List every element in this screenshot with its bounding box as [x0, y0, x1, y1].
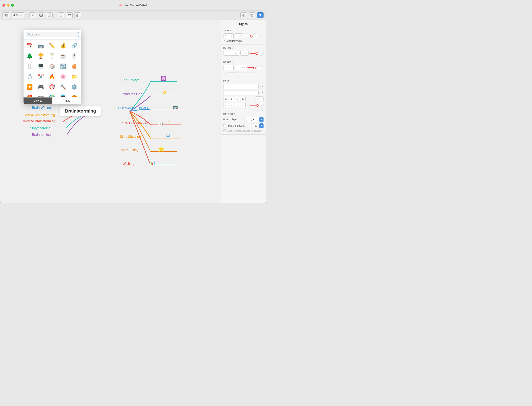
icon-cell-8[interactable]: ☕ [58, 51, 68, 61]
align-left-button[interactable]: ≡ [223, 103, 228, 107]
border-toggle[interactable]: ○ [259, 51, 263, 56]
branch-storyboarding[interactable]: Storyboarding [30, 126, 51, 130]
branch-stepper-1[interactable]: ▲▼ [223, 65, 234, 70]
branch-brain-netting[interactable]: Brain-netting [32, 133, 51, 137]
icon-cell-16[interactable]: ✂️ [36, 72, 46, 82]
manual-layout-row: Manual Layout ⊞ ▼ [223, 123, 263, 128]
icon-cell-20[interactable]: 🔽 [25, 82, 35, 92]
branch-type-arrow[interactable]: ▼ [259, 117, 263, 122]
icon-cell-1[interactable]: 🚌 [36, 41, 46, 51]
underline-button[interactable]: U [235, 97, 240, 101]
branch-mind-gap[interactable]: Mind the Gap [123, 92, 142, 96]
shape-color-line[interactable] [244, 36, 252, 36]
icon-cell-15[interactable]: 💍 [25, 72, 35, 82]
border-stepper[interactable]: ▲▼ [223, 51, 239, 56]
branch-toggle[interactable]: ○ [256, 65, 261, 70]
check-button[interactable]: ✓ [30, 12, 36, 18]
border-size-stepper[interactable]: ▲▼ [240, 51, 249, 56]
sidebar-toggle-button[interactable] [2, 12, 10, 18]
center-node[interactable]: Brainstorming [60, 106, 101, 116]
close-button[interactable] [2, 4, 5, 7]
icon-cell-11[interactable]: 🖥️ [36, 61, 46, 71]
expand-button[interactable] [74, 12, 81, 18]
icon-cell-10[interactable]: 🍴 [25, 61, 35, 71]
icon-cell-27[interactable]: 🌍 [47, 92, 57, 97]
italic-button[interactable]: I [229, 97, 234, 101]
icon-cell-25[interactable]: 🎁 [25, 92, 35, 97]
dots-button[interactable] [66, 12, 73, 18]
icon-cell-26[interactable]: 👓 [36, 92, 46, 97]
icon-cell-13[interactable]: ↩️ [58, 61, 68, 71]
icon-cell-4[interactable]: 🔗 [69, 41, 79, 51]
icon-cell-14[interactable]: 🥚 [69, 61, 79, 71]
icon-cell-9[interactable]: 🖱️ [69, 51, 79, 61]
branch-color-line[interactable] [247, 67, 255, 68]
font-label-txt: FONT [223, 80, 263, 82]
branch-visual-brainstorming[interactable]: Visual Brainstorming [25, 113, 55, 117]
share-button[interactable] [240, 12, 247, 18]
icon-cell-19[interactable]: 📁 [69, 72, 79, 82]
align-center-button[interactable]: ≡ [229, 103, 234, 107]
branch-mind-mapping[interactable]: Mind Mapping [120, 135, 141, 138]
right-sidebar: Styles SHAPE ▼ —— ▲ ▲▼ ○ [221, 20, 266, 203]
icon-cell-17[interactable]: 🔥 [47, 72, 57, 82]
font-color-stepper[interactable]: ▲▼ [255, 96, 263, 102]
branch-wishing[interactable]: Wishing [123, 162, 134, 166]
add-button[interactable] [58, 12, 64, 18]
icon-cell-23[interactable]: 🔨 [58, 82, 68, 92]
branch-brain-writing[interactable]: Brain Writing [32, 106, 51, 110]
manual-layout-select[interactable]: ⊞ [253, 123, 259, 128]
shape-size-stepper[interactable]: ▲▼ [235, 33, 243, 38]
manual-layout-checkbox[interactable] [223, 124, 226, 127]
manual-layout-arrow[interactable]: ▼ [259, 123, 263, 128]
icon-cell-24[interactable]: ⚙️ [69, 82, 79, 92]
zoom-control[interactable]: 85% ▲▼ [12, 12, 24, 18]
canvas[interactable]: Brainstorming Brain Writing Visual Brain… [0, 20, 221, 203]
picker-tab-colored[interactable]: Colored [23, 97, 52, 104]
align-right-button[interactable]: ≡ [235, 103, 240, 107]
icon-cell-7[interactable]: 🍸 [47, 51, 57, 61]
icon-cell-5[interactable]: 🌲 [25, 51, 35, 61]
image-button[interactable] [38, 12, 44, 18]
swot-add-icon[interactable]: + [158, 122, 163, 126]
icon-cell-2[interactable]: ✏️ [47, 41, 57, 51]
icon-cell-12[interactable]: 🎲 [47, 61, 57, 71]
auto-decrease-checkbox[interactable] [223, 130, 226, 132]
photo-button[interactable] [46, 12, 53, 18]
icon-cell-0[interactable]: 📅 [25, 41, 35, 51]
branch-swot[interactable]: S.W.O.T. Analysis [122, 121, 148, 125]
icon-cell-21[interactable]: 🎮 [36, 82, 46, 92]
shape-toggle[interactable]: ○ [253, 33, 258, 38]
filter-active-button[interactable] [257, 12, 263, 18]
font-color-line[interactable] [250, 105, 258, 106]
icon-cell-3[interactable]: 💰 [58, 41, 68, 51]
icon-cell-28[interactable]: 👼 [58, 92, 68, 97]
branch-5whys[interactable]: The 5 Whys [122, 78, 139, 82]
font-size-select[interactable] [223, 90, 259, 95]
bold-button[interactable]: B [223, 97, 228, 101]
font-family-select[interactable] [223, 84, 259, 89]
branch-discover[interactable]: Discover the Drivers [118, 106, 148, 110]
icon-cell-29[interactable]: 🎃 [69, 92, 79, 97]
picker-tab-tinted[interactable]: Tinted [52, 97, 81, 104]
icon-picker-tabs: Colored Tinted [23, 97, 81, 104]
strikethrough-button[interactable]: S [241, 97, 246, 101]
icon-cell-22[interactable]: 🎯 [47, 82, 57, 92]
branch-reverse-brainstorming[interactable]: Reverse Brainstorming [22, 119, 55, 123]
icon-cell-18[interactable]: 🌸 [58, 72, 68, 82]
branch-type-select-box[interactable] [247, 117, 259, 122]
font-color-toggle[interactable]: ○ [259, 103, 263, 108]
maximize-button[interactable] [11, 4, 14, 7]
search-input[interactable] [32, 33, 77, 36]
branch-discover-icon: 🚌 [172, 104, 178, 110]
manual-width-check[interactable]: ✓ [223, 40, 225, 43]
notes-button[interactable] [249, 12, 255, 18]
minimize-button[interactable] [7, 4, 9, 7]
branch-stepper-2[interactable]: ▲▼ [235, 65, 246, 70]
align-justify-button[interactable]: ≡ [241, 103, 246, 107]
border-color-line[interactable] [250, 53, 257, 54]
shape-stepper[interactable]: ▼ —— ▲ [223, 33, 234, 38]
branch-starbursting[interactable]: Starbursting [121, 148, 138, 152]
icon-cell-6[interactable]: 🏆 [36, 51, 46, 61]
branch-thickness-slider[interactable] [227, 72, 260, 73]
